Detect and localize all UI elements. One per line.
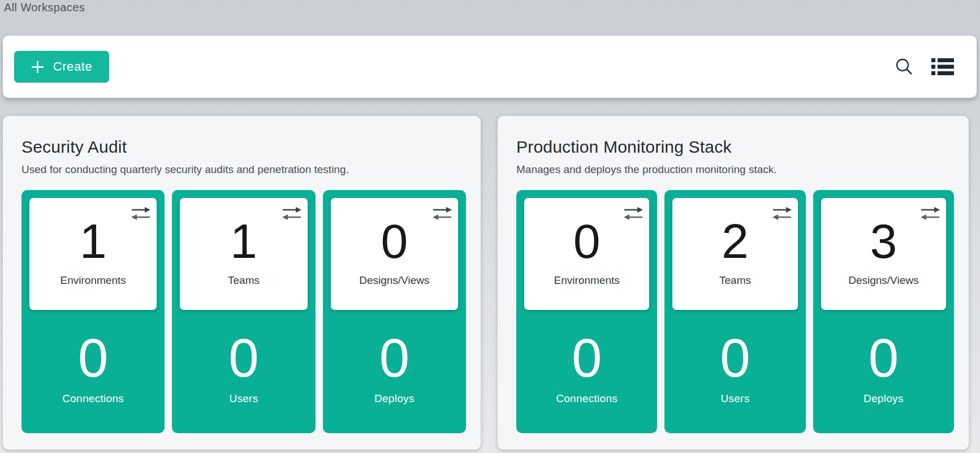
stat-primary-value: 0 [381, 217, 408, 265]
stat-secondary-value: 0 [78, 331, 108, 385]
swap-arrows-icon[interactable] [131, 206, 150, 221]
stat-tile-primary: 0 Environments [524, 198, 649, 310]
stat-tile-teams[interactable]: 2 Teams 0 Users [664, 190, 805, 433]
stat-tile-primary: 1 Environments [29, 198, 157, 310]
stat-tile-secondary: 0 Connections [29, 310, 157, 405]
stat-secondary-label: Deploys [374, 392, 415, 405]
plus-icon [31, 61, 44, 74]
workspace-description: Used for conducting quarterly security a… [21, 163, 466, 176]
workspace-card-production-monitoring-stack[interactable]: Production Monitoring Stack Manages and … [498, 116, 969, 450]
stat-secondary-value: 0 [379, 331, 409, 385]
stat-tile-secondary: 0 Deploys [331, 310, 458, 405]
stat-secondary-value: 0 [228, 331, 258, 385]
stat-tile-secondary: 0 Connections [524, 310, 649, 405]
stat-tile-environments[interactable]: 1 Environments 0 Connections [21, 190, 165, 433]
stat-primary-label: Environments [61, 274, 126, 287]
stat-primary-label: Teams [719, 274, 751, 287]
page-title: All Workspaces [4, 1, 85, 14]
stat-secondary-value: 0 [720, 331, 750, 385]
stat-tile-designs-views[interactable]: 0 Designs/Views 0 Deploys [323, 190, 466, 433]
workspace-description: Manages and deploys the production monit… [516, 163, 954, 176]
toolbar-actions [894, 36, 954, 98]
workspace-cards-row: Security Audit Used for conducting quart… [3, 116, 969, 450]
toolbar: Create [3, 36, 977, 98]
stat-primary-label: Environments [554, 274, 620, 287]
stat-secondary-label: Users [720, 392, 749, 405]
create-button-label: Create [53, 59, 93, 74]
search-icon[interactable] [894, 57, 914, 77]
swap-arrows-icon[interactable] [433, 206, 452, 221]
create-button[interactable]: Create [14, 51, 109, 83]
stat-tiles: 1 Environments 0 Connections 1 Teams [21, 190, 466, 433]
stat-primary-value: 1 [80, 217, 107, 265]
stat-tiles: 0 Environments 0 Connections 2 Teams [516, 190, 954, 433]
swap-arrows-icon[interactable] [772, 206, 792, 221]
stat-tile-primary: 3 Designs/Views [821, 198, 946, 310]
all-workspaces-page: All Workspaces Create [0, 0, 980, 453]
stat-secondary-value: 0 [869, 331, 899, 385]
list-view-icon[interactable] [931, 57, 954, 76]
stat-primary-value: 0 [573, 217, 601, 265]
stat-tile-secondary: 0 Users [180, 310, 307, 405]
stat-primary-value: 2 [722, 217, 749, 265]
stat-tile-primary: 1 Teams [180, 198, 307, 310]
workspace-title: Production Monitoring Stack [516, 137, 954, 157]
stat-tile-primary: 0 Designs/Views [331, 198, 458, 310]
stat-primary-label: Designs/Views [359, 274, 429, 287]
stat-secondary-label: Users [229, 392, 258, 405]
stat-secondary-label: Connections [62, 392, 124, 405]
stat-tile-environments[interactable]: 0 Environments 0 Connections [516, 190, 657, 433]
stat-secondary-value: 0 [572, 331, 602, 385]
stat-tile-secondary: 0 Deploys [821, 310, 946, 405]
stat-secondary-label: Deploys [864, 392, 904, 405]
stat-secondary-label: Connections [556, 392, 618, 405]
swap-arrows-icon[interactable] [921, 206, 940, 221]
stat-primary-label: Teams [228, 274, 260, 287]
stat-tile-designs-views[interactable]: 3 Designs/Views 0 Deploys [813, 190, 954, 433]
swap-arrows-icon[interactable] [624, 206, 643, 221]
stat-tile-secondary: 0 Users [672, 310, 797, 405]
stat-primary-value: 3 [870, 217, 897, 265]
swap-arrows-icon[interactable] [282, 206, 301, 221]
stat-tile-primary: 2 Teams [672, 198, 797, 310]
stat-primary-value: 1 [230, 217, 257, 265]
workspace-card-security-audit[interactable]: Security Audit Used for conducting quart… [3, 116, 481, 450]
stat-tile-teams[interactable]: 1 Teams 0 Users [172, 190, 315, 433]
workspace-title: Security Audit [21, 137, 466, 157]
stat-primary-label: Designs/Views [848, 274, 918, 287]
